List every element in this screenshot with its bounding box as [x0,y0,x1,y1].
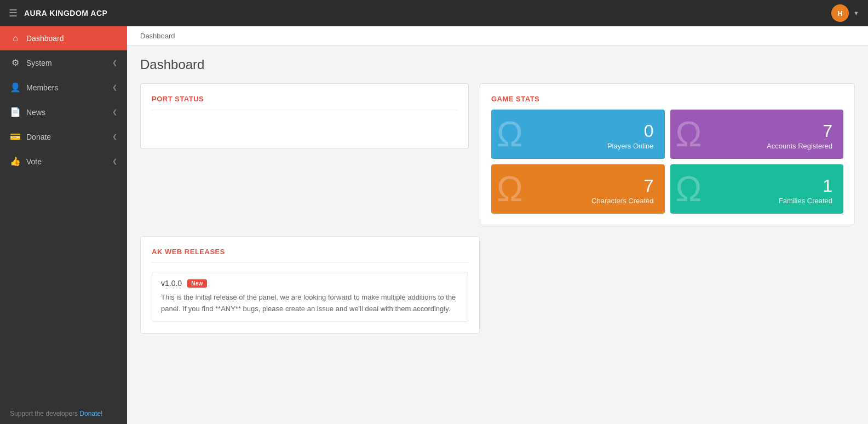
families-created-label: Families Created [779,197,832,205]
game-stats-title: GAME STATS [491,95,843,103]
release-badge: New [187,279,206,288]
layout: ⌂ Dashboard ⚙ System ❮ 👤 Members ❮ 📄 New… [0,26,868,424]
releases-divider [152,262,468,263]
hamburger-icon[interactable]: ☰ [9,7,18,19]
stats-grid: Ω 0 Players Online Ω 7 Accounts Register… [491,110,843,214]
sidebar-item-dashboard[interactable]: ⌂ Dashboard [0,26,127,50]
release-item: v1.0.0 New This is the initial release o… [152,272,468,322]
topbar-right: H ▼ [831,4,859,22]
stat-tile-families-created: Ω 1 Families Created [670,164,844,214]
chevron-right-icon: ❮ [112,158,117,165]
release-header: v1.0.0 New [161,279,459,288]
characters-created-number: 7 [644,177,654,194]
release-text: This is the initial release of the panel… [161,292,459,315]
release-version: v1.0.0 [161,279,182,288]
chevron-right-icon: ❮ [112,133,117,140]
sidebar-item-system[interactable]: ⚙ System ❮ [0,50,127,75]
sidebar-label-members: Members [26,83,107,92]
sidebar-label-news: News [26,108,107,117]
breadcrumb-label: Dashboard [140,32,175,40]
port-status-title: PORT STATUS [152,95,457,103]
players-online-number: 0 [644,122,654,140]
accounts-registered-label: Accounts Registered [767,142,832,150]
chevron-right-icon: ❮ [112,84,117,91]
families-created-number: 1 [823,177,832,194]
divider [152,110,457,110]
omega-bg-icon-1: Ω [497,117,523,152]
user-dropdown-arrow[interactable]: ▼ [853,10,859,16]
omega-bg-icon-2: Ω [676,117,702,152]
person-icon: 👤 [10,82,21,93]
chevron-right-icon: ❮ [112,59,117,66]
accounts-registered-number: 7 [823,122,832,140]
sidebar-item-members[interactable]: 👤 Members ❮ [0,75,127,100]
releases-section: AK WEB RELEASES v1.0.0 New This is the i… [140,236,855,334]
sidebar-label-donate: Donate [26,133,107,141]
stat-tile-players-online: Ω 0 Players Online [491,110,665,159]
omega-bg-icon-3: Ω [497,171,523,207]
user-avatar[interactable]: H [831,4,849,22]
chevron-right-icon: ❮ [112,108,117,116]
sidebar-label-system: System [26,59,107,67]
sidebar-footer: Support the developers Donate! [0,403,127,424]
sidebar: ⌂ Dashboard ⚙ System ❮ 👤 Members ❮ 📄 New… [0,26,127,424]
topbar-left: ☰ AURA KINGDOM ACP [9,7,107,19]
sidebar-label-dashboard: Dashboard [26,34,117,43]
sidebar-item-donate[interactable]: 💳 Donate ❮ [0,124,127,149]
port-status-card: PORT STATUS [140,83,469,149]
page-title: Dashboard [140,57,855,72]
sidebar-item-news[interactable]: 📄 News ❮ [0,100,127,124]
stat-tile-accounts-registered: Ω 7 Accounts Registered [670,110,844,159]
main-content: Dashboard Dashboard PORT STATUS GAME STA… [127,26,868,424]
sidebar-item-vote[interactable]: 👍 Vote ❮ [0,149,127,174]
releases-title: AK WEB RELEASES [152,248,468,256]
home-icon: ⌂ [10,33,21,43]
page-body: Dashboard PORT STATUS GAME STATS Ω 0 [127,46,868,345]
players-online-label: Players Online [607,142,654,150]
game-stats-card: GAME STATS Ω 0 Players Online Ω 7 Acco [480,83,855,225]
releases-card: AK WEB RELEASES v1.0.0 New This is the i… [140,236,480,334]
gear-icon: ⚙ [10,58,21,68]
breadcrumb: Dashboard [127,26,868,46]
characters-created-label: Characters Created [591,197,653,205]
cards-row: PORT STATUS GAME STATS Ω 0 Players Onlin… [140,83,855,225]
vote-icon: 👍 [10,156,21,167]
donate-icon: 💳 [10,131,21,142]
news-icon: 📄 [10,107,21,117]
sidebar-label-vote: Vote [26,157,107,166]
stat-tile-characters-created: Ω 7 Characters Created [491,164,665,214]
footer-donate-link[interactable]: Donate! [79,410,102,417]
app-title: AURA KINGDOM ACP [24,9,107,18]
omega-bg-icon-4: Ω [676,171,702,207]
footer-text: Support the developers [10,410,79,417]
topbar: ☰ AURA KINGDOM ACP H ▼ [0,0,868,26]
